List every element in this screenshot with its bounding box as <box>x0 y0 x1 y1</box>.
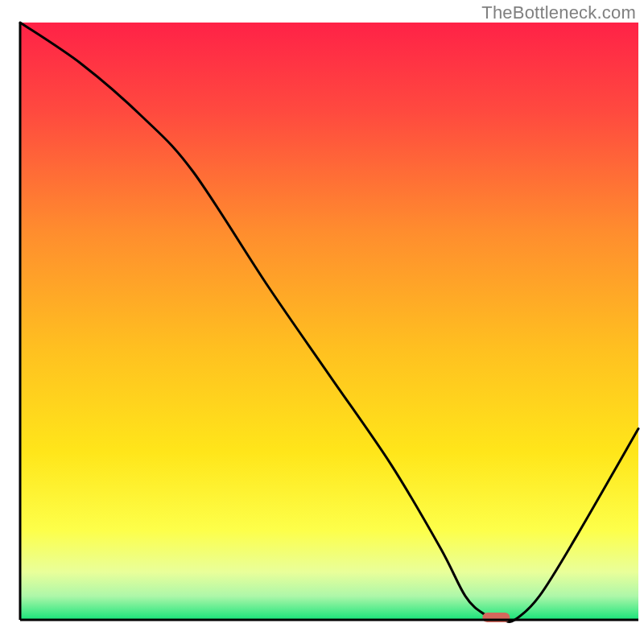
bottleneck-chart-svg <box>0 0 644 644</box>
watermark-text: TheBottleneck.com <box>481 2 636 23</box>
gradient-fill <box>20 23 638 620</box>
plot-area <box>20 23 638 622</box>
chart-container: TheBottleneck.com <box>0 0 644 644</box>
